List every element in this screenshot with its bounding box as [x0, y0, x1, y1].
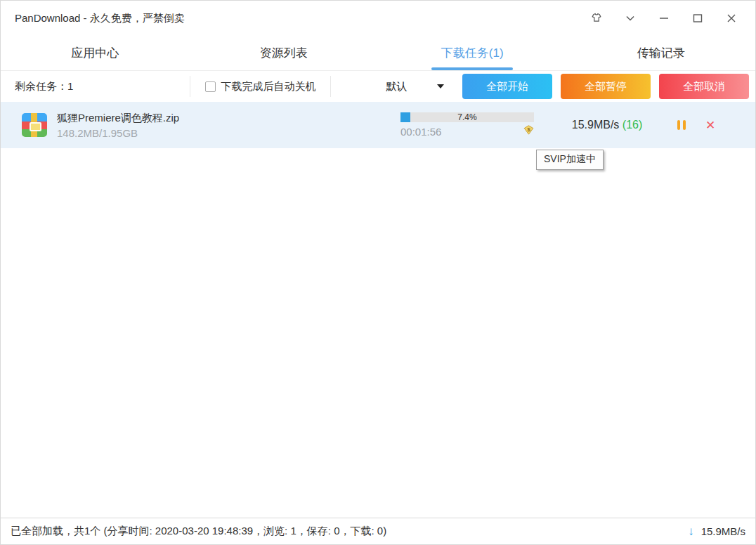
tab-transfer-history[interactable]: 传输记录	[567, 36, 756, 70]
download-arrow-icon: ↓	[688, 525, 694, 537]
progress-bar: 7.4%	[400, 112, 534, 122]
tab-resource-list[interactable]: 资源列表	[190, 36, 379, 70]
progress-percent: 7.4%	[400, 112, 534, 122]
global-speed-value: 15.9MB/s	[701, 525, 745, 537]
chevron-down-icon	[625, 13, 636, 24]
svip-tooltip: SVIP加速中	[536, 150, 604, 170]
tab-label: 应用中心	[71, 45, 119, 61]
task-toolbar: 剩余任务：1 下载完成后自动关机 默认 全部开始 全部暂停 全部取消	[1, 71, 755, 102]
tab-bar: 应用中心 资源列表 下载任务(1) 传输记录	[1, 36, 755, 71]
app-window: PanDownload - 永久免费，严禁倒卖	[0, 0, 756, 545]
auto-shutdown-label: 下载完成后自动关机	[221, 80, 316, 93]
remaining-tasks-label: 剩余任务：1	[1, 76, 190, 97]
winrar-archive-icon	[22, 113, 47, 137]
tab-download-tasks[interactable]: 下载任务(1)	[378, 36, 567, 70]
pause-task-button[interactable]	[677, 120, 686, 130]
tab-app-center[interactable]: 应用中心	[1, 36, 190, 70]
category-dropdown-value: 默认	[386, 80, 408, 93]
pause-icon	[677, 120, 680, 130]
pause-icon	[683, 120, 686, 130]
window-title: PanDownload - 永久免费，严禁倒卖	[1, 12, 185, 25]
start-all-button[interactable]: 全部开始	[462, 74, 552, 99]
task-list-area	[1, 148, 755, 518]
auto-shutdown-option[interactable]: 下载完成后自动关机	[190, 76, 331, 97]
file-size-progress: 148.2MB/1.95GB	[57, 127, 400, 139]
tab-label: 资源列表	[260, 45, 308, 61]
maximize-button[interactable]	[681, 6, 715, 31]
file-name: 狐狸Premiere调色教程.zip	[57, 112, 400, 125]
cancel-icon: ✕	[705, 119, 715, 132]
minimize-button[interactable]	[647, 6, 681, 31]
tab-label: 传输记录	[637, 45, 685, 61]
elapsed-time: 00:01:56	[400, 126, 441, 138]
skin-icon	[590, 12, 603, 25]
download-task-row[interactable]: 狐狸Premiere调色教程.zip 148.2MB/1.95GB 7.4% 0…	[1, 102, 755, 148]
maximize-icon	[692, 13, 703, 24]
status-summary: 已全部加载，共1个 (分享时间: 2020-03-20 19:48:39，浏览:…	[11, 525, 386, 538]
speed-display: 15.9MB/s (16)	[562, 119, 652, 131]
close-button[interactable]	[715, 6, 748, 31]
title-bar: PanDownload - 永久免费，严禁倒卖	[1, 1, 755, 36]
pause-all-button[interactable]: 全部暂停	[561, 74, 651, 99]
tab-label: 下载任务(1)	[441, 45, 504, 61]
connection-count: (16)	[623, 119, 642, 131]
cancel-task-button[interactable]: ✕	[705, 119, 715, 131]
window-controls	[580, 6, 755, 31]
category-dropdown[interactable]: 默认	[331, 76, 462, 97]
caret-down-icon	[437, 84, 444, 88]
cancel-all-button[interactable]: 全部取消	[659, 74, 749, 99]
minimize-icon	[658, 13, 670, 24]
close-icon	[726, 13, 737, 24]
skin-button[interactable]	[580, 6, 613, 31]
speed-value: 15.9MB/s	[572, 119, 620, 131]
progress-section: 7.4% 00:01:56 $	[400, 112, 534, 138]
file-info: 狐狸Premiere调色教程.zip 148.2MB/1.95GB	[57, 112, 400, 139]
dropdown-menu-button[interactable]	[613, 6, 647, 31]
progress-subrow: 00:01:56 $	[400, 125, 534, 138]
status-bar: 已全部加载，共1个 (分享时间: 2020-03-20 19:48:39，浏览:…	[1, 518, 755, 544]
batch-action-buttons: 全部开始 全部暂停 全部取消	[462, 74, 749, 99]
svip-gem-icon[interactable]: $	[523, 125, 534, 138]
global-speed: ↓ 15.9MB/s	[688, 525, 745, 537]
auto-shutdown-checkbox[interactable]	[205, 81, 216, 92]
